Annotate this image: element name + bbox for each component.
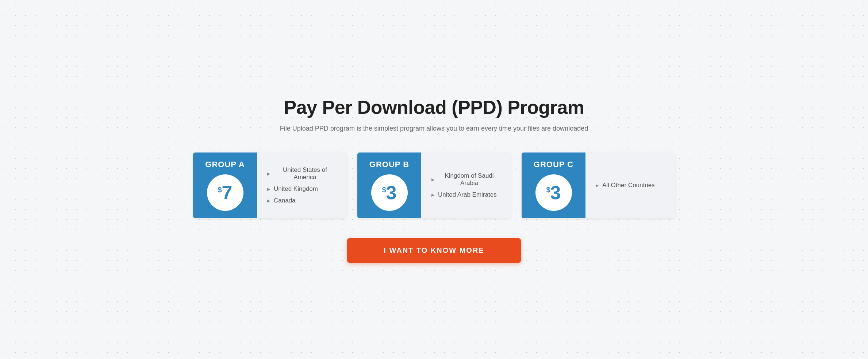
group-countries-group-b: ▶Kingdom of Saudi Arabia▶United Arab Emi… xyxy=(421,153,511,218)
chevron-right-icon: ▶ xyxy=(431,177,434,182)
chevron-right-icon: ▶ xyxy=(431,193,434,197)
list-item: ▶United Kingdom xyxy=(267,185,336,193)
list-item: ▶Kingdom of Saudi Arabia xyxy=(431,172,500,187)
page-wrapper: Pay Per Download (PPD) Program File Uplo… xyxy=(178,74,690,285)
country-name: United Kingdom xyxy=(274,185,318,193)
chevron-right-icon: ▶ xyxy=(267,187,270,192)
price-number-group-a: 7 xyxy=(222,183,233,202)
list-item: ▶Canada xyxy=(267,197,336,204)
group-label-group-c: GROUP C xyxy=(534,160,573,169)
country-name: Canada xyxy=(274,197,296,204)
price-dollar-group-c: $ xyxy=(546,186,550,193)
country-name: United Arab Emirates xyxy=(438,191,497,198)
page-subtitle: File Upload PPD program is the simplest … xyxy=(193,125,675,132)
price-number-group-c: 3 xyxy=(550,183,561,202)
cta-button[interactable]: I WANT TO KNOW MORE xyxy=(347,238,521,263)
group-card-group-c: GROUP C$3▶All Other Countries xyxy=(522,153,675,218)
price-dollar-group-b: $ xyxy=(382,186,386,193)
group-label-group-a: GROUP A xyxy=(205,160,245,169)
chevron-right-icon: ▶ xyxy=(267,171,270,176)
country-name: United States of America xyxy=(274,166,336,181)
list-item: ▶United States of America xyxy=(267,166,336,181)
group-countries-group-a: ▶United States of America▶United Kingdom… xyxy=(257,153,346,218)
page-title: Pay Per Download (PPD) Program xyxy=(193,96,675,118)
group-card-group-b: GROUP B$3▶Kingdom of Saudi Arabia▶United… xyxy=(357,153,511,218)
group-price-circle-group-c: $3 xyxy=(535,174,572,211)
group-header-group-c: GROUP C$3 xyxy=(522,153,585,218)
country-name: Kingdom of Saudi Arabia xyxy=(438,172,500,187)
groups-container: GROUP A$7▶United States of America▶Unite… xyxy=(193,153,675,218)
country-name: All Other Countries xyxy=(602,182,655,189)
price-number-group-b: 3 xyxy=(386,183,397,202)
group-label-group-b: GROUP B xyxy=(369,160,409,169)
group-countries-group-c: ▶All Other Countries xyxy=(585,153,675,218)
group-header-group-b: GROUP B$3 xyxy=(357,153,421,218)
chevron-right-icon: ▶ xyxy=(596,183,599,188)
list-item: ▶United Arab Emirates xyxy=(431,191,500,198)
price-dollar-group-a: $ xyxy=(218,186,222,193)
group-price-circle-group-b: $3 xyxy=(371,174,408,211)
chevron-right-icon: ▶ xyxy=(267,198,270,203)
group-card-group-a: GROUP A$7▶United States of America▶Unite… xyxy=(193,153,346,218)
group-header-group-a: GROUP A$7 xyxy=(193,153,257,218)
list-item: ▶All Other Countries xyxy=(596,182,665,189)
group-price-circle-group-a: $7 xyxy=(207,174,243,211)
